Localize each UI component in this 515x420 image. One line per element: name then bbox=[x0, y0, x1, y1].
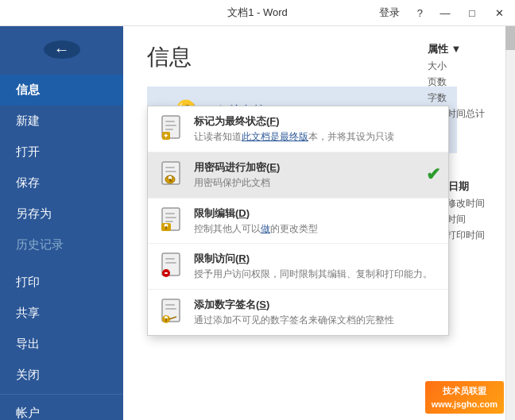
sidebar-bottom: 帐户 bbox=[0, 391, 123, 420]
scrollbar-thumb[interactable] bbox=[505, 26, 515, 50]
digital-sig-title: 添加数字签名(S) bbox=[194, 298, 394, 312]
check-mark-icon: ✔ bbox=[426, 164, 440, 185]
dropdown-item-digital-sig[interactable]: 添加数字签名(S) 通过添加不可见的数字签名来确保文档的完整性 bbox=[148, 290, 448, 335]
sidebar: ← 信息 新建 打开 保存 另存为 历史记录 打印 共享 导出 关闭 bbox=[0, 26, 123, 420]
password-content: 用密码进行加密(E) 用密码保护此文档 bbox=[194, 160, 280, 190]
svg-rect-21 bbox=[165, 258, 175, 260]
password-desc: 用密码保护此文档 bbox=[194, 176, 280, 190]
digital-sig-icon bbox=[157, 298, 186, 326]
password-title: 用密码进行加密(E) bbox=[194, 160, 280, 175]
restrict-edit-icon bbox=[157, 206, 186, 235]
watermark-line1: 技术员联盟 bbox=[432, 384, 498, 398]
restrict-access-title: 限制访问(R) bbox=[194, 252, 432, 266]
minimize-button[interactable]: — bbox=[436, 3, 455, 22]
svg-rect-15 bbox=[165, 217, 176, 218]
mark-final-title: 标记为最终状态(F) bbox=[194, 114, 394, 129]
sidebar-item-saveas[interactable]: 另存为 bbox=[0, 198, 123, 229]
svg-rect-16 bbox=[165, 221, 173, 222]
close-button[interactable]: ✕ bbox=[490, 3, 509, 22]
restrict-access-content: 限制访问(R) 授予用户访问权限，同时限制其编辑、复制和打印能力。 bbox=[194, 252, 432, 281]
password-icon bbox=[157, 160, 186, 189]
dropdown-item-restrict-edit[interactable]: 限制编辑(D) 控制其他人可以做的更改类型 bbox=[148, 198, 448, 245]
properties-title[interactable]: 属性 ▼ bbox=[428, 42, 515, 56]
prop-pages: 页数 bbox=[428, 75, 515, 89]
mark-final-content: 标记为最终状态(F) 让读者知道此文档是最终版本，并将其设为只读 bbox=[194, 114, 394, 144]
scrollbar-track[interactable] bbox=[505, 26, 515, 420]
restrict-edit-desc: 控制其他人可以做的更改类型 bbox=[194, 222, 318, 236]
help-button[interactable]: ? bbox=[412, 6, 428, 21]
back-icon: ← bbox=[54, 40, 70, 59]
back-button[interactable]: ← bbox=[44, 40, 80, 59]
sidebar-item-account[interactable]: 帐户 bbox=[0, 398, 123, 420]
restrict-access-icon bbox=[157, 252, 186, 280]
svg-rect-8 bbox=[165, 171, 176, 172]
svg-rect-3 bbox=[165, 129, 173, 130]
restrict-access-desc: 授予用户访问权限，同时限制其编辑、复制和打印能力。 bbox=[194, 268, 432, 281]
svg-rect-19 bbox=[165, 226, 167, 229]
svg-rect-27 bbox=[165, 308, 176, 310]
svg-rect-14 bbox=[165, 213, 175, 214]
watermark: 技术员联盟 www.jsgho.com bbox=[425, 381, 504, 414]
protect-dropdown: ✦ 标记为最终状态(F) 让读者知道此文档是最终版本，并将其设为只读 bbox=[147, 106, 449, 336]
mark-final-desc: 让读者知道此文档是最终版本，并将其设为只读 bbox=[194, 130, 394, 144]
svg-rect-30 bbox=[165, 318, 167, 322]
svg-text:✦: ✦ bbox=[163, 132, 169, 140]
title-bar: 文档1 - Word 登录 ? — □ ✕ bbox=[0, 0, 515, 26]
mark-final-icon: ✦ bbox=[157, 114, 186, 143]
sidebar-item-share[interactable]: 共享 bbox=[0, 298, 123, 329]
content-area: 信息 🔑 保护文档 保护文档 控制其他人可以对此文档所做的更改类型。 bbox=[123, 26, 515, 420]
sidebar-divider-bottom bbox=[0, 394, 123, 395]
dropdown-item-restrict-access[interactable]: 限制访问(R) 授予用户访问权限，同时限制其编辑、复制和打印能力。 bbox=[148, 244, 448, 290]
svg-rect-24 bbox=[165, 272, 168, 274]
digital-sig-content: 添加数字签名(S) 通过添加不可见的数字签名来确保文档的完整性 bbox=[194, 298, 394, 327]
restrict-edit-title: 限制编辑(D) bbox=[194, 206, 318, 221]
svg-rect-22 bbox=[165, 262, 176, 264]
watermark-box: 技术员联盟 www.jsgho.com bbox=[425, 381, 504, 414]
svg-rect-2 bbox=[165, 125, 176, 126]
watermark-line2: www.jsgho.com bbox=[432, 398, 498, 411]
dropdown-item-mark-final[interactable]: ✦ 标记为最终状态(F) 让读者知道此文档是最终版本，并将其设为只读 bbox=[148, 106, 448, 152]
dropdown-item-password[interactable]: 用密码进行加密(E) 用密码保护此文档 ✔ bbox=[148, 152, 448, 198]
svg-rect-1 bbox=[165, 121, 175, 122]
sidebar-item-open[interactable]: 打开 bbox=[0, 137, 123, 168]
login-button[interactable]: 登录 bbox=[374, 4, 405, 21]
restrict-edit-content: 限制编辑(D) 控制其他人可以做的更改类型 bbox=[194, 206, 318, 236]
sidebar-item-print[interactable]: 打印 bbox=[0, 267, 123, 298]
svg-rect-12 bbox=[169, 180, 172, 182]
sidebar-item-save[interactable]: 保存 bbox=[0, 168, 123, 198]
app-body: ← 信息 新建 打开 保存 另存为 历史记录 打印 共享 导出 关闭 bbox=[0, 26, 515, 420]
sidebar-item-info[interactable]: 信息 bbox=[0, 75, 123, 106]
prop-words: 字数 bbox=[428, 91, 515, 105]
maximize-button[interactable]: □ bbox=[463, 3, 482, 22]
svg-rect-7 bbox=[165, 167, 175, 168]
window-title: 文档1 - Word bbox=[227, 6, 288, 20]
prop-size: 大小 bbox=[428, 60, 515, 73]
digital-sig-desc: 通过添加不可见的数字签名来确保文档的完整性 bbox=[194, 314, 394, 327]
sidebar-item-close[interactable]: 关闭 bbox=[0, 360, 123, 391]
sidebar-item-history: 历史记录 bbox=[0, 229, 123, 260]
svg-rect-26 bbox=[165, 304, 175, 306]
sidebar-item-export[interactable]: 导出 bbox=[0, 329, 123, 360]
sidebar-item-new[interactable]: 新建 bbox=[0, 106, 123, 137]
